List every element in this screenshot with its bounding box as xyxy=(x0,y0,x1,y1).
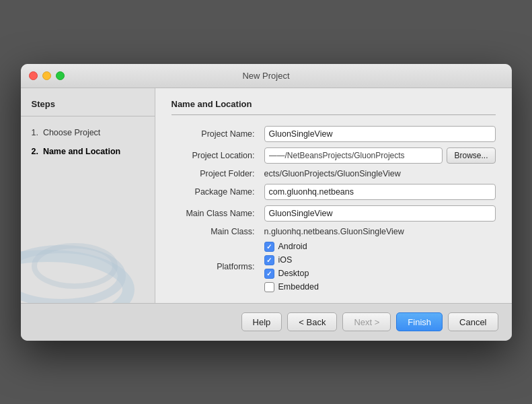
sidebar-watermark xyxy=(21,202,155,303)
main-class-name-input[interactable] xyxy=(264,205,496,222)
platform-embedded-checkbox[interactable] xyxy=(264,282,274,292)
main-class-value: n.gluonhq.netbeans.GluonSingleView xyxy=(264,227,496,236)
section-title: Name and Location xyxy=(172,99,496,115)
platform-desktop-label: Desktop xyxy=(278,269,309,278)
platform-android-label: Android xyxy=(278,242,307,251)
project-folder-label: Project Folder: xyxy=(172,169,259,178)
help-button[interactable]: Help xyxy=(241,312,282,331)
sidebar: Steps 1. Choose Project 2. Name and Loca… xyxy=(21,88,155,303)
sidebar-item-name-location[interactable]: 2. Name and Location xyxy=(21,142,155,161)
platform-embedded-row: Embedded xyxy=(264,282,496,292)
package-name-input[interactable] xyxy=(264,184,496,200)
platform-android-checkbox[interactable] xyxy=(264,242,274,252)
project-name-input[interactable] xyxy=(264,126,496,142)
sidebar-item-label-2: Name and Location xyxy=(43,147,120,156)
title-bar: New Project xyxy=(21,64,512,88)
traffic-lights xyxy=(29,71,65,80)
sidebar-title: Steps xyxy=(21,99,155,116)
content-area: Steps 1. Choose Project 2. Name and Loca… xyxy=(21,88,512,303)
next-button[interactable]: Next > xyxy=(342,312,391,331)
package-name-label: Package Name: xyxy=(172,187,259,197)
platform-ios-checkbox[interactable] xyxy=(264,255,274,265)
close-button[interactable] xyxy=(29,71,38,80)
cancel-button[interactable]: Cancel xyxy=(448,312,498,331)
minimize-button[interactable] xyxy=(42,71,51,80)
project-folder-value: ects/GluonProjects/GluonSingleView xyxy=(264,169,496,178)
back-button[interactable]: < Back xyxy=(287,312,337,331)
project-name-label: Project Name: xyxy=(172,129,259,139)
platform-desktop-checkbox[interactable] xyxy=(264,269,274,279)
sidebar-item-number-1: 1. xyxy=(32,128,43,137)
project-location-row: Browse... xyxy=(264,147,496,164)
maximize-button[interactable] xyxy=(56,71,65,80)
sidebar-item-label-1: Choose Project xyxy=(43,128,100,137)
platform-desktop-row: Desktop xyxy=(264,269,496,279)
window-title: New Project xyxy=(242,71,289,81)
bottom-bar: Help < Back Next > Finish Cancel xyxy=(21,303,512,341)
project-location-input[interactable] xyxy=(264,147,443,164)
main-class-name-label: Main Class Name: xyxy=(172,209,259,218)
sidebar-item-number-2: 2. xyxy=(32,147,43,156)
platform-android-row: Android xyxy=(264,242,496,252)
browse-button[interactable]: Browse... xyxy=(447,147,495,164)
platform-ios-row: iOS xyxy=(264,255,496,265)
main-panel: Name and Location Project Name: Project … xyxy=(155,88,512,303)
main-class-label: Main Class: xyxy=(172,227,259,236)
project-location-label: Project Location: xyxy=(172,151,259,160)
sidebar-item-choose-project[interactable]: 1. Choose Project xyxy=(21,123,155,142)
platforms-container: Android iOS Desktop Embedded xyxy=(264,242,496,292)
finish-button[interactable]: Finish xyxy=(396,312,443,331)
form-grid: Project Name: Project Location: Browse..… xyxy=(172,126,496,292)
platform-embedded-label: Embedded xyxy=(278,282,319,292)
window: New Project Steps 1. Choose Project 2. N… xyxy=(21,64,512,341)
platforms-label: Platforms: xyxy=(172,262,259,271)
platform-ios-label: iOS xyxy=(278,255,293,265)
